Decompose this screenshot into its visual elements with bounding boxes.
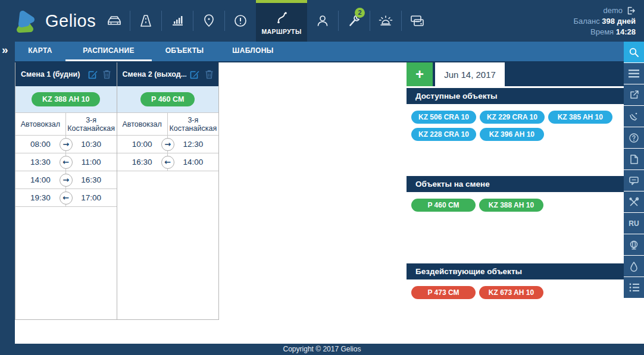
trip-direction-button[interactable]: ← bbox=[60, 191, 73, 205]
location-pin-icon bbox=[200, 12, 218, 30]
edit-shift-button[interactable] bbox=[87, 68, 99, 80]
trip-depart: 19:30 bbox=[15, 189, 66, 206]
shift-title: Смена 2 (выход... bbox=[123, 70, 187, 78]
legend-button[interactable] bbox=[624, 277, 644, 298]
user-name: demo bbox=[603, 5, 623, 16]
expand-panel-button[interactable]: » bbox=[2, 43, 8, 56]
edit-shift-button[interactable] bbox=[189, 68, 201, 80]
vehicle-badge[interactable]: P 460 CM bbox=[140, 92, 195, 106]
route-icon bbox=[274, 10, 289, 25]
hamburger-icon bbox=[629, 70, 639, 78]
shift-header: Смена 2 (выход... bbox=[117, 62, 219, 86]
delete-shift-button[interactable] bbox=[203, 68, 215, 80]
top-header: Gelios bbox=[0, 0, 644, 42]
globe-icon bbox=[629, 240, 639, 250]
time-row: Время 14:28 bbox=[573, 27, 636, 37]
object-badge[interactable]: KZ 388 AH 10 bbox=[479, 199, 543, 212]
object-badge[interactable]: KZ 673 AH 10 bbox=[479, 286, 543, 299]
main-content: Смена 1 (будни) bbox=[15, 61, 624, 344]
shift-tables: Смена 1 (будни) bbox=[15, 62, 219, 320]
trip-depart: 14:00 bbox=[15, 171, 66, 189]
question-icon bbox=[629, 133, 639, 143]
object-badge[interactable]: P 460 CM bbox=[411, 199, 476, 212]
service-count-badge: 2 bbox=[355, 8, 365, 18]
shift-empty-area bbox=[117, 171, 219, 319]
shift-vehicle-row: P 460 CM bbox=[117, 86, 219, 112]
tab-schedule[interactable]: РАСПИСАНИЕ bbox=[65, 42, 152, 61]
date-tab[interactable]: Jun 14, 2017 bbox=[435, 62, 505, 86]
drivers-button[interactable] bbox=[307, 0, 338, 42]
balance-row: Баланс 398 дней bbox=[573, 16, 636, 27]
trip-direction-button[interactable]: ← bbox=[60, 156, 73, 169]
trip-direction-button[interactable]: → bbox=[161, 138, 174, 151]
tab-objects[interactable]: ОБЪЕКТЫ bbox=[152, 42, 217, 61]
trip-arrive: 14:00 bbox=[168, 153, 218, 171]
exclamation-circle-icon bbox=[232, 12, 249, 30]
time-value: 14:28 bbox=[616, 27, 636, 36]
add-schedule-button[interactable]: + bbox=[407, 62, 433, 86]
tools-button[interactable] bbox=[624, 191, 644, 212]
bar-chart-icon bbox=[168, 12, 186, 30]
service-button[interactable]: 2 bbox=[339, 0, 370, 42]
expand-window-button[interactable] bbox=[624, 84, 644, 105]
object-badge[interactable]: KZ 396 AH 10 bbox=[480, 128, 544, 141]
header-toolbar: МАРШРУТЫ 2 bbox=[99, 0, 433, 42]
stops-header-row: Автовокзал 3-я Костанайская bbox=[117, 112, 219, 136]
time-label: Время bbox=[590, 27, 614, 36]
map-source-button[interactable] bbox=[624, 234, 644, 255]
section-inactive-body: P 473 CMKZ 673 AH 10 bbox=[407, 279, 624, 305]
object-badge[interactable]: KZ 229 CRA 10 bbox=[480, 111, 545, 124]
trip-direction-button[interactable]: ← bbox=[161, 156, 174, 169]
billing-button[interactable] bbox=[402, 0, 433, 42]
object-badge[interactable]: P 473 CM bbox=[411, 286, 476, 299]
car-icon bbox=[105, 12, 123, 30]
section-onshift-body: P 460 CMKZ 388 AH 10 bbox=[407, 192, 624, 263]
tab-routes-active[interactable]: МАРШРУТЫ bbox=[256, 0, 307, 42]
chat-icon bbox=[629, 175, 639, 186]
shift-column-2: Смена 2 (выход... bbox=[117, 62, 220, 319]
fuel-button[interactable] bbox=[624, 256, 644, 277]
copyright-text: Copyright © 2017 Gelios bbox=[283, 345, 361, 353]
delete-shift-button[interactable] bbox=[101, 68, 113, 80]
logout-icon[interactable] bbox=[626, 6, 636, 15]
trip-depart: 10:00 bbox=[117, 136, 168, 153]
module-navbar: КАРТА РАСПИСАНИЕ ОБЪЕКТЫ ШАБЛОНЫ bbox=[15, 42, 624, 61]
trip-direction-button[interactable]: → bbox=[60, 174, 73, 187]
documents-button[interactable] bbox=[624, 149, 644, 169]
geozones-button[interactable] bbox=[193, 0, 224, 42]
road-events-button[interactable] bbox=[130, 0, 161, 42]
messages-button[interactable] bbox=[624, 170, 644, 191]
trip-direction-button[interactable]: → bbox=[60, 138, 73, 151]
help-button[interactable] bbox=[624, 127, 644, 148]
search-button[interactable] bbox=[624, 42, 644, 62]
language-label: RU bbox=[629, 219, 639, 228]
trip-row: 19:30 17:00 ← bbox=[15, 189, 117, 207]
language-button[interactable]: RU bbox=[624, 213, 644, 234]
object-badge[interactable]: KZ 228 CRA 10 bbox=[411, 128, 476, 141]
brand-name: Gelios bbox=[45, 11, 96, 31]
footer: Copyright © 2017 Gelios bbox=[0, 344, 644, 355]
notifications-button[interactable] bbox=[225, 0, 256, 42]
objects-panel: + Jun 14, 2017 Доступные объекты KZ 506 … bbox=[407, 62, 624, 345]
user-info: demo Баланс 398 дней Время 14:28 bbox=[573, 5, 636, 37]
object-badge[interactable]: KZ 385 AH 10 bbox=[548, 111, 612, 124]
vehicle-badge[interactable]: KZ 388 AH 10 bbox=[32, 92, 100, 106]
menu-button[interactable] bbox=[624, 63, 644, 84]
shift-title: Смена 1 (будни) bbox=[21, 70, 85, 78]
user-menu[interactable]: demo bbox=[573, 5, 636, 16]
trip-arrive: 17:00 bbox=[66, 189, 117, 206]
satellite-dish-icon bbox=[629, 111, 639, 122]
person-icon bbox=[314, 12, 332, 30]
tracking-button[interactable] bbox=[624, 106, 644, 127]
stop-a-header: Автовокзал bbox=[15, 113, 66, 135]
reports-button[interactable] bbox=[162, 0, 193, 42]
tab-templates[interactable]: ШАБЛОНЫ bbox=[217, 42, 289, 61]
brand-logo[interactable]: Gelios bbox=[12, 6, 96, 36]
vehicles-button[interactable] bbox=[99, 0, 130, 42]
balance-value: 398 дней bbox=[602, 17, 636, 26]
shift-empty-area bbox=[15, 207, 117, 319]
stop-b-header: 3-я Костанайская bbox=[66, 113, 117, 135]
tab-map[interactable]: КАРТА bbox=[15, 42, 65, 61]
alarms-button[interactable] bbox=[370, 0, 401, 42]
object-badge[interactable]: KZ 506 CRA 10 bbox=[411, 111, 476, 124]
